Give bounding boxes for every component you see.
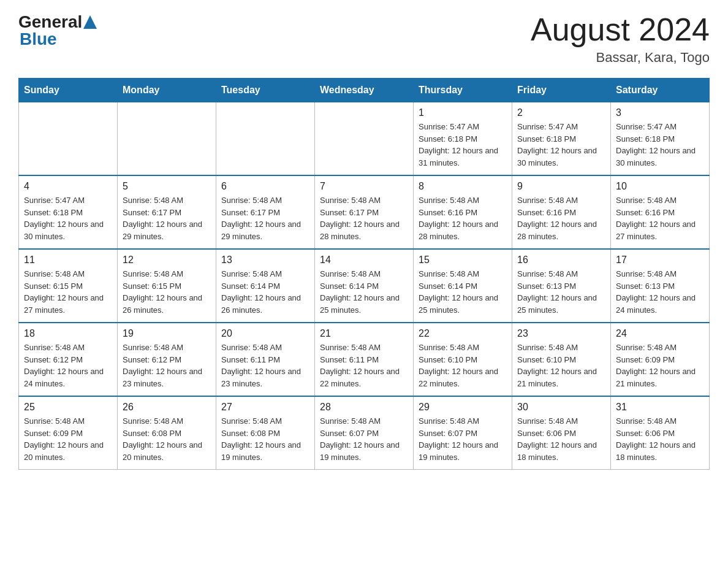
logo: General Blue — [18, 12, 97, 49]
calendar-week-row: 1Sunrise: 5:47 AM Sunset: 6:18 PM Daylig… — [19, 102, 710, 176]
day-info: Sunrise: 5:48 AM Sunset: 6:10 PM Dayligh… — [419, 342, 507, 389]
day-info: Sunrise: 5:48 AM Sunset: 6:14 PM Dayligh… — [320, 268, 408, 316]
day-number: 4 — [24, 181, 112, 192]
day-number: 12 — [123, 255, 211, 266]
day-number: 9 — [517, 181, 605, 192]
calendar-cell: 11Sunrise: 5:48 AM Sunset: 6:15 PM Dayli… — [19, 249, 118, 323]
day-number: 11 — [24, 255, 112, 266]
day-number: 8 — [419, 181, 507, 192]
calendar-header-wednesday: Wednesday — [315, 79, 414, 102]
calendar-cell: 9Sunrise: 5:48 AM Sunset: 6:16 PM Daylig… — [512, 175, 611, 249]
day-info: Sunrise: 5:48 AM Sunset: 6:07 PM Dayligh… — [419, 415, 507, 463]
calendar-week-row: 25Sunrise: 5:48 AM Sunset: 6:09 PM Dayli… — [19, 396, 710, 470]
calendar-cell: 24Sunrise: 5:48 AM Sunset: 6:09 PM Dayli… — [611, 323, 710, 396]
calendar-cell: 15Sunrise: 5:48 AM Sunset: 6:14 PM Dayli… — [414, 249, 512, 323]
page-subtitle: Bassar, Kara, Togo — [531, 50, 710, 66]
day-info: Sunrise: 5:48 AM Sunset: 6:06 PM Dayligh… — [616, 415, 704, 463]
day-number: 28 — [320, 402, 408, 413]
calendar-cell: 3Sunrise: 5:47 AM Sunset: 6:18 PM Daylig… — [611, 102, 710, 176]
day-number: 6 — [221, 181, 309, 192]
day-info: Sunrise: 5:48 AM Sunset: 6:14 PM Dayligh… — [419, 268, 507, 316]
day-info: Sunrise: 5:48 AM Sunset: 6:11 PM Dayligh… — [221, 342, 309, 389]
calendar-header-saturday: Saturday — [611, 79, 710, 102]
title-block: August 2024 Bassar, Kara, Togo — [531, 12, 710, 66]
day-info: Sunrise: 5:47 AM Sunset: 6:18 PM Dayligh… — [419, 121, 507, 169]
calendar-table: SundayMondayTuesdayWednesdayThursdayFrid… — [18, 78, 710, 470]
calendar-cell: 2Sunrise: 5:47 AM Sunset: 6:18 PM Daylig… — [512, 102, 611, 176]
calendar-cell: 14Sunrise: 5:48 AM Sunset: 6:14 PM Dayli… — [315, 249, 414, 323]
day-info: Sunrise: 5:48 AM Sunset: 6:06 PM Dayligh… — [517, 415, 605, 463]
day-number: 23 — [517, 328, 605, 339]
day-number: 29 — [419, 402, 507, 413]
calendar-cell: 28Sunrise: 5:48 AM Sunset: 6:07 PM Dayli… — [315, 396, 414, 470]
day-info: Sunrise: 5:47 AM Sunset: 6:18 PM Dayligh… — [24, 194, 112, 242]
calendar-cell: 12Sunrise: 5:48 AM Sunset: 6:15 PM Dayli… — [118, 249, 216, 323]
calendar-cell — [216, 102, 315, 176]
day-number: 30 — [517, 402, 605, 413]
calendar-cell: 7Sunrise: 5:48 AM Sunset: 6:17 PM Daylig… — [315, 175, 414, 249]
calendar-header-sunday: Sunday — [19, 79, 118, 102]
calendar-cell: 10Sunrise: 5:48 AM Sunset: 6:16 PM Dayli… — [611, 175, 710, 249]
logo-triangle-icon — [83, 15, 97, 29]
calendar-week-row: 4Sunrise: 5:47 AM Sunset: 6:18 PM Daylig… — [19, 175, 710, 249]
day-info: Sunrise: 5:48 AM Sunset: 6:12 PM Dayligh… — [123, 342, 211, 389]
day-info: Sunrise: 5:48 AM Sunset: 6:16 PM Dayligh… — [517, 194, 605, 242]
calendar-header-thursday: Thursday — [414, 79, 512, 102]
calendar-cell: 19Sunrise: 5:48 AM Sunset: 6:12 PM Dayli… — [118, 323, 216, 396]
day-info: Sunrise: 5:48 AM Sunset: 6:12 PM Dayligh… — [24, 342, 112, 389]
calendar-cell: 6Sunrise: 5:48 AM Sunset: 6:17 PM Daylig… — [216, 175, 315, 249]
day-info: Sunrise: 5:48 AM Sunset: 6:10 PM Dayligh… — [517, 342, 605, 389]
calendar-cell: 1Sunrise: 5:47 AM Sunset: 6:18 PM Daylig… — [414, 102, 512, 176]
calendar-cell: 27Sunrise: 5:48 AM Sunset: 6:08 PM Dayli… — [216, 396, 315, 470]
day-number: 2 — [517, 107, 605, 118]
calendar-cell: 31Sunrise: 5:48 AM Sunset: 6:06 PM Dayli… — [611, 396, 710, 470]
day-info: Sunrise: 5:48 AM Sunset: 6:16 PM Dayligh… — [616, 194, 704, 242]
day-info: Sunrise: 5:48 AM Sunset: 6:08 PM Dayligh… — [221, 415, 309, 463]
day-number: 15 — [419, 255, 507, 266]
day-info: Sunrise: 5:47 AM Sunset: 6:18 PM Dayligh… — [517, 121, 605, 169]
calendar-header-tuesday: Tuesday — [216, 79, 315, 102]
day-number: 19 — [123, 328, 211, 339]
day-number: 10 — [616, 181, 704, 192]
day-number: 1 — [419, 107, 507, 118]
day-info: Sunrise: 5:48 AM Sunset: 6:15 PM Dayligh… — [123, 268, 211, 316]
calendar-cell: 23Sunrise: 5:48 AM Sunset: 6:10 PM Dayli… — [512, 323, 611, 396]
calendar-week-row: 11Sunrise: 5:48 AM Sunset: 6:15 PM Dayli… — [19, 249, 710, 323]
calendar-cell: 5Sunrise: 5:48 AM Sunset: 6:17 PM Daylig… — [118, 175, 216, 249]
calendar-cell: 8Sunrise: 5:48 AM Sunset: 6:16 PM Daylig… — [414, 175, 512, 249]
calendar-week-row: 18Sunrise: 5:48 AM Sunset: 6:12 PM Dayli… — [19, 323, 710, 396]
day-info: Sunrise: 5:48 AM Sunset: 6:17 PM Dayligh… — [221, 194, 309, 242]
calendar-cell: 13Sunrise: 5:48 AM Sunset: 6:14 PM Dayli… — [216, 249, 315, 323]
page-title: August 2024 — [531, 12, 710, 47]
day-number: 31 — [616, 402, 704, 413]
logo-blue-text: Blue — [20, 29, 97, 49]
day-info: Sunrise: 5:48 AM Sunset: 6:11 PM Dayligh… — [320, 342, 408, 389]
calendar-cell — [19, 102, 118, 176]
svg-marker-0 — [83, 15, 97, 29]
calendar-cell: 20Sunrise: 5:48 AM Sunset: 6:11 PM Dayli… — [216, 323, 315, 396]
calendar-cell: 17Sunrise: 5:48 AM Sunset: 6:13 PM Dayli… — [611, 249, 710, 323]
day-number: 5 — [123, 181, 211, 192]
day-number: 20 — [221, 328, 309, 339]
day-number: 21 — [320, 328, 408, 339]
day-number: 13 — [221, 255, 309, 266]
day-number: 14 — [320, 255, 408, 266]
calendar-cell: 22Sunrise: 5:48 AM Sunset: 6:10 PM Dayli… — [414, 323, 512, 396]
day-number: 24 — [616, 328, 704, 339]
calendar-cell: 25Sunrise: 5:48 AM Sunset: 6:09 PM Dayli… — [19, 396, 118, 470]
day-info: Sunrise: 5:48 AM Sunset: 6:09 PM Dayligh… — [24, 415, 112, 463]
calendar-header-monday: Monday — [118, 79, 216, 102]
day-number: 18 — [24, 328, 112, 339]
calendar-cell — [118, 102, 216, 176]
day-number: 16 — [517, 255, 605, 266]
day-info: Sunrise: 5:48 AM Sunset: 6:16 PM Dayligh… — [419, 194, 507, 242]
day-info: Sunrise: 5:48 AM Sunset: 6:14 PM Dayligh… — [221, 268, 309, 316]
calendar-cell: 26Sunrise: 5:48 AM Sunset: 6:08 PM Dayli… — [118, 396, 216, 470]
day-number: 22 — [419, 328, 507, 339]
calendar-cell: 4Sunrise: 5:47 AM Sunset: 6:18 PM Daylig… — [19, 175, 118, 249]
day-info: Sunrise: 5:48 AM Sunset: 6:15 PM Dayligh… — [24, 268, 112, 316]
day-info: Sunrise: 5:48 AM Sunset: 6:13 PM Dayligh… — [517, 268, 605, 316]
day-number: 26 — [123, 402, 211, 413]
page-header: General Blue August 2024 Bassar, Kara, T… — [18, 12, 710, 66]
day-info: Sunrise: 5:48 AM Sunset: 6:07 PM Dayligh… — [320, 415, 408, 463]
